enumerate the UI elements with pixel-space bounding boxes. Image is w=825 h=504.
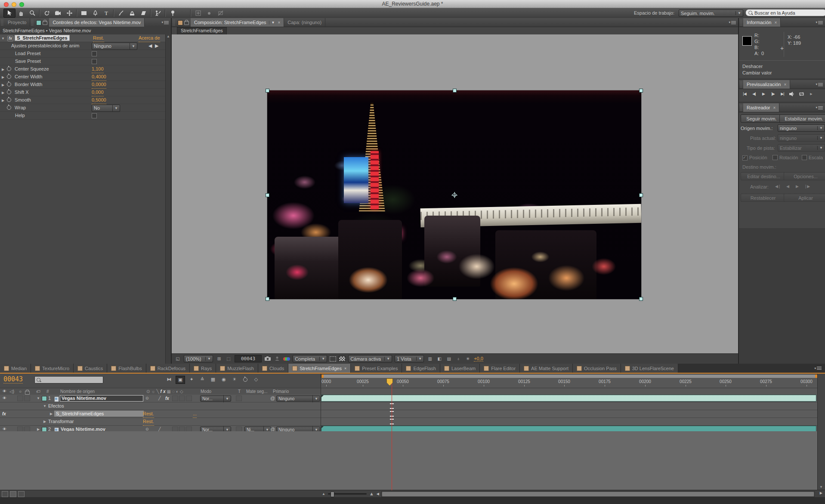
layer-bar-selected[interactable]: [321, 395, 816, 401]
stabilize-motion-button[interactable]: Estabilizar movim.: [779, 114, 825, 123]
rotation-tool-icon[interactable]: [41, 9, 53, 17]
show-snapshot-icon[interactable]: [274, 356, 281, 362]
tab-3d-lensflarescene[interactable]: 3D LensFlareScene: [621, 364, 678, 373]
panel-menu-icon[interactable]: ▾: [816, 83, 823, 86]
draft-3d-icon[interactable]: ✦: [187, 376, 196, 383]
effect-track[interactable]: [321, 410, 818, 418]
timeline-button-icon[interactable]: ▤: [445, 356, 452, 361]
scroll-right-icon[interactable]: ▶: [820, 491, 822, 495]
effects-track[interactable]: [321, 402, 818, 410]
live-update-icon[interactable]: ▣: [176, 376, 185, 384]
tab-stretchframeedges[interactable]: StretchFrameEdges×: [288, 364, 351, 373]
motion-source-dropdown[interactable]: ninguno▼: [778, 124, 825, 132]
roto-brush-tool-icon[interactable]: [152, 9, 164, 17]
anim-preset-dropdown[interactable]: Ninguno▼: [92, 43, 137, 50]
panel-menu-icon[interactable]: ▾: [816, 21, 823, 24]
panel-grip[interactable]: [740, 81, 742, 87]
param-value[interactable]: 1,100: [92, 65, 104, 73]
load-preset-checkbox[interactable]: [92, 51, 97, 56]
auto-keyframe-icon[interactable]: [241, 376, 250, 383]
view-3d-dropdown[interactable]: Cámara activa▼: [348, 355, 392, 362]
type-tool-icon[interactable]: T: [101, 9, 112, 17]
save-preset-checkbox[interactable]: [92, 59, 97, 64]
close-tab-icon[interactable]: ×: [784, 82, 786, 87]
ram-preview-icon[interactable]: ⫸: [807, 90, 815, 97]
exposure-value[interactable]: +0,0: [474, 356, 483, 362]
next-frame-icon[interactable]: |▶: [769, 90, 777, 97]
pickwhip-icon[interactable]: @: [270, 395, 275, 402]
effect-row[interactable]: fx ▶ S_StretchFrameEdges Rest. ...: [0, 410, 321, 418]
clone-stamp-tool-icon[interactable]: [127, 9, 138, 17]
transform-row[interactable]: ▶ Transformar Rest.: [0, 418, 321, 426]
frame-blending-icon[interactable]: ▦: [209, 376, 217, 383]
brush-tool-icon[interactable]: [115, 9, 127, 17]
stopwatch-icon[interactable]: [7, 82, 11, 87]
selection-handle[interactable]: [453, 89, 457, 93]
selection-handle[interactable]: [639, 193, 643, 197]
magnification-dropdown[interactable]: (100%)▼: [184, 355, 213, 362]
puppet-pin-tool-icon[interactable]: [167, 9, 178, 17]
tab-rays[interactable]: Rays: [190, 364, 216, 373]
tab-laserbeam[interactable]: LaserBeam: [440, 364, 480, 373]
effect-controls-scrollbar[interactable]: ▲: [165, 34, 171, 364]
twirl-down-icon[interactable]: ▼: [42, 402, 48, 410]
selection-handle[interactable]: [639, 89, 643, 93]
t-cell[interactable]: [236, 396, 242, 401]
switch-cell[interactable]: [186, 396, 192, 401]
eye-icon[interactable]: 👁: [3, 395, 6, 402]
tab-layer[interactable]: Capa: (ninguno): [284, 18, 325, 27]
tab-info[interactable]: Información×: [743, 18, 781, 27]
preset-next-icon[interactable]: ▶: [155, 42, 158, 49]
twirl-right-icon[interactable]: ▶: [0, 66, 6, 73]
panel-grip[interactable]: [740, 105, 742, 111]
tab-composition[interactable]: Composición: StretchFrameEdges▼×: [191, 18, 284, 27]
panel-menu-icon[interactable]: ▾: [161, 21, 169, 24]
safe-guides-icon[interactable]: ⊞: [216, 356, 222, 361]
tab-texturemicro[interactable]: TextureMicro: [31, 364, 74, 373]
tab-flashbulbs[interactable]: FlashBulbs: [107, 364, 146, 373]
stopwatch-icon[interactable]: [7, 74, 11, 79]
expand-layer-switches-icon[interactable]: [2, 491, 8, 497]
effect-name[interactable]: S_StretchFrameEdges: [54, 411, 144, 417]
pan-behind-tool-icon[interactable]: [64, 9, 75, 17]
selection-handle[interactable]: [266, 193, 269, 197]
tab-tracker[interactable]: Rastreador×: [743, 103, 779, 112]
brainstorm-icon[interactable]: ☀: [230, 376, 239, 383]
tab-edgeflash[interactable]: EdgeFlash: [402, 364, 440, 373]
zoom-tool-icon[interactable]: [27, 9, 38, 17]
fx-switch-icon[interactable]: fx: [165, 395, 169, 402]
time-ruler[interactable]: 0000 00025 00050 00075 00100 00125 00150…: [321, 378, 818, 388]
twirl-down-icon[interactable]: ▼: [0, 35, 6, 42]
lock-icon[interactable]: [43, 21, 47, 25]
zoom-slider[interactable]: [328, 493, 367, 495]
panel-menu-icon[interactable]: ▾: [729, 21, 736, 24]
tab-preset-examples[interactable]: Preset Examples: [351, 364, 402, 373]
tab-caustics[interactable]: Caustics: [74, 364, 107, 373]
timeline-vertical-scrollbar[interactable]: ▼: [817, 374, 825, 490]
panel-grip[interactable]: [31, 19, 34, 25]
label-swatch[interactable]: [42, 396, 47, 401]
previous-frame-icon[interactable]: ◀|: [750, 90, 758, 97]
twirl-right-icon[interactable]: ▶: [48, 410, 54, 417]
timeline-horizontal-scrollbar[interactable]: [381, 491, 815, 497]
t-column[interactable]: T: [238, 389, 241, 394]
switch-cell[interactable]: [172, 396, 178, 401]
collapse-icon[interactable]: ⊙: [145, 395, 149, 402]
show-channel-icon[interactable]: [283, 357, 290, 361]
hand-tool-icon[interactable]: [15, 9, 27, 17]
anchor-point[interactable]: [451, 192, 457, 198]
close-tab-icon[interactable]: ×: [278, 20, 280, 25]
motion-blur-icon[interactable]: ◉: [219, 376, 228, 383]
layer-name[interactable]: Vegas Nitetime.mov: [60, 395, 143, 402]
selection-handle[interactable]: [266, 297, 269, 301]
mask-shape-tool-icon[interactable]: [78, 9, 90, 17]
scroll-left-icon[interactable]: ◀: [377, 492, 379, 496]
current-timecode[interactable]: 00043: [3, 375, 23, 383]
region-of-interest-icon[interactable]: [330, 356, 336, 362]
tab-median[interactable]: Median: [0, 364, 31, 373]
effect-reset-link[interactable]: Rest.: [93, 34, 104, 42]
transform-reset-link[interactable]: Rest.: [143, 418, 154, 426]
mask-visibility-icon[interactable]: ⬚: [225, 356, 232, 361]
effect-more-link[interactable]: ...: [193, 410, 197, 418]
twirl-right-icon[interactable]: ▶: [0, 74, 6, 81]
